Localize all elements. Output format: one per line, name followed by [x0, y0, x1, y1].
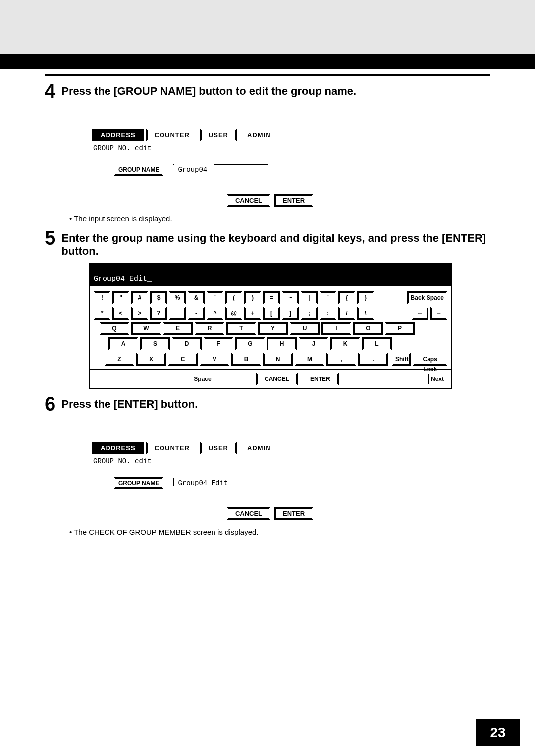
tab-counter[interactable]: COUNTER [146, 442, 198, 454]
shift-key[interactable]: Shift [392, 353, 411, 366]
key[interactable]: @ [225, 307, 242, 320]
tab-user[interactable]: USER [200, 129, 237, 141]
key[interactable]: ; [301, 307, 318, 320]
key[interactable]: X [136, 353, 166, 366]
key[interactable]: ~ [282, 291, 299, 304]
key[interactable]: . [358, 353, 388, 366]
arrow-right-key[interactable]: → [430, 307, 447, 320]
tab-counter[interactable]: COUNTER [146, 129, 198, 141]
tab-address[interactable]: ADDRESS [92, 129, 144, 141]
key[interactable]: : [320, 307, 336, 320]
group-name-field[interactable]: Group04 Edit [173, 478, 311, 488]
key[interactable]: { [338, 291, 355, 304]
tab-admin[interactable]: ADMIN [239, 129, 279, 141]
bullet-note: The input screen is displayed. [69, 215, 490, 223]
group-name-button[interactable]: GROUP NAME [114, 164, 163, 176]
key[interactable]: K [330, 337, 360, 350]
page-number: 23 [476, 719, 520, 746]
enter-button[interactable]: ENTER [302, 373, 339, 385]
key[interactable]: D [172, 337, 202, 350]
key[interactable]: Y [258, 322, 288, 335]
key[interactable]: \ [357, 307, 374, 320]
key[interactable]: [ [263, 307, 280, 320]
key[interactable]: L [362, 337, 392, 350]
key[interactable]: ] [282, 307, 299, 320]
key[interactable]: # [131, 291, 148, 304]
tabs-row: ADDRESS COUNTER USER ADMIN [89, 441, 451, 455]
key[interactable]: , [326, 353, 356, 366]
key[interactable]: _ [169, 307, 186, 320]
key[interactable]: W [131, 322, 161, 335]
key[interactable]: F [204, 337, 233, 350]
key[interactable]: | [301, 291, 318, 304]
key[interactable]: ( [225, 291, 242, 304]
key[interactable]: B [231, 353, 261, 366]
key[interactable]: / [338, 307, 355, 320]
key[interactable]: S [140, 337, 170, 350]
cancel-button[interactable]: CANCEL [227, 507, 270, 520]
key[interactable]: N [263, 353, 293, 366]
space-key[interactable]: Space [172, 373, 233, 385]
tabs-row: ADDRESS COUNTER USER ADMIN [89, 128, 451, 142]
key[interactable]: > [131, 307, 148, 320]
key[interactable]: A [108, 337, 138, 350]
step-6: 6 Press the [ENTER] button. [45, 394, 490, 414]
key[interactable]: $ [150, 291, 167, 304]
key[interactable]: * [94, 307, 110, 320]
backspace-key[interactable]: Back Space [407, 291, 447, 304]
arrow-left-key[interactable]: ← [412, 307, 428, 320]
key[interactable]: % [169, 291, 186, 304]
key[interactable]: U [290, 322, 320, 335]
group-name-button[interactable]: GROUP NAME [114, 477, 163, 489]
key[interactable]: " [112, 291, 129, 304]
key[interactable]: G [235, 337, 265, 350]
key[interactable]: R [195, 322, 224, 335]
capslock-key[interactable]: Caps Lock [413, 353, 447, 366]
cancel-button[interactable]: CANCEL [256, 373, 298, 385]
key[interactable]: ` [207, 291, 223, 304]
key[interactable]: H [267, 337, 297, 350]
key[interactable]: P [385, 322, 415, 335]
step-number: 6 [45, 394, 55, 414]
key[interactable]: ) [244, 291, 261, 304]
screen-subtitle: GROUP NO. edit [89, 142, 451, 154]
cancel-button[interactable]: CANCEL [227, 194, 270, 207]
key[interactable]: = [263, 291, 280, 304]
key[interactable]: Q [100, 322, 129, 335]
key[interactable]: ? [150, 307, 167, 320]
dialog-footer: CANCEL ENTER [89, 504, 451, 523]
tab-user[interactable]: USER [200, 442, 237, 454]
key[interactable]: T [226, 322, 256, 335]
enter-button[interactable]: ENTER [274, 507, 313, 520]
key[interactable]: J [299, 337, 328, 350]
group-name-field[interactable]: Group04 [173, 164, 311, 175]
tab-address[interactable]: ADDRESS [92, 442, 144, 454]
key[interactable]: ` [320, 291, 336, 304]
key[interactable]: ! [94, 291, 110, 304]
key[interactable]: M [295, 353, 324, 366]
keyboard-row-5: Z X C V B N M , . Shift Caps Lock [94, 353, 447, 366]
key[interactable]: V [200, 353, 229, 366]
keyboard-title: Group04 Edit_ [90, 263, 451, 286]
step-4: 4 Press the [GROUP NAME] button to edit … [45, 81, 490, 101]
keyboard-row-4: A S D F G H J K L [94, 337, 447, 350]
key[interactable]: E [163, 322, 193, 335]
enter-button[interactable]: ENTER [274, 194, 313, 207]
keyboard-row-2: * < > ? _ - ^ @ + [ ] ; : / \ ← → [94, 307, 447, 320]
next-button[interactable]: Next [428, 373, 447, 385]
key[interactable]: Z [105, 353, 134, 366]
key[interactable]: O [353, 322, 383, 335]
key[interactable]: + [244, 307, 261, 320]
keyboard-row-1: ! " # $ % & ` ( ) = ~ | ` { } Back Space [94, 291, 447, 304]
tab-admin[interactable]: ADMIN [239, 442, 279, 454]
key[interactable]: ^ [207, 307, 223, 320]
key[interactable]: < [112, 307, 129, 320]
step-5: 5 Enter the group name using the keyboar… [45, 228, 490, 258]
key[interactable]: I [321, 322, 351, 335]
step-number: 5 [45, 228, 55, 248]
key[interactable]: C [168, 353, 198, 366]
key[interactable]: & [188, 291, 205, 304]
top-gray-band [0, 0, 535, 54]
key[interactable]: - [188, 307, 205, 320]
key[interactable]: } [357, 291, 374, 304]
